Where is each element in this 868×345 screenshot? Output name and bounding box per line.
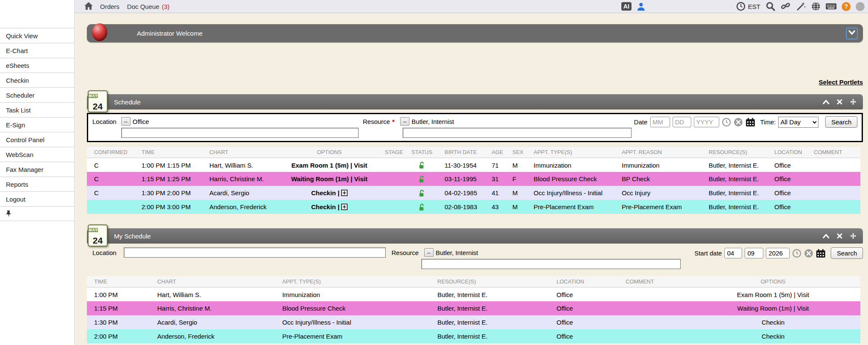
date-dd-input[interactable] <box>673 117 691 127</box>
collapse-portlet-icon[interactable] <box>822 98 830 105</box>
location-collapse-button[interactable]: – <box>121 117 131 126</box>
nav-doc-queue[interactable]: Doc Queue <box>127 3 159 10</box>
close-portlet-icon[interactable] <box>836 233 843 239</box>
sidebar-item-quick-view[interactable]: Quick View <box>0 28 74 43</box>
cell-chart: Hart, William S. <box>202 158 281 172</box>
cell-age: 41 <box>484 186 505 200</box>
resource-group: Resource * – Butler, Internist <box>363 116 632 138</box>
keyboard-icon[interactable] <box>826 3 837 10</box>
cell-status <box>406 158 437 172</box>
schedule-search-panel: Location – Office Resource * – Butler, I… <box>87 113 863 142</box>
date-yyyy-input[interactable] <box>694 117 719 127</box>
table-row[interactable]: C1:00 PM 1:15 PMHart, William S.Exam Roo… <box>87 158 860 172</box>
chevron-down-icon <box>849 30 855 36</box>
date-mm-input[interactable] <box>650 117 670 127</box>
magic-wand-icon[interactable] <box>796 1 806 11</box>
home-button[interactable] <box>84 2 93 11</box>
cell-time: 2:00 PM 3:00 PM <box>134 200 202 214</box>
help-icon[interactable]: ? <box>842 2 851 11</box>
time-picker-icon[interactable] <box>792 249 801 258</box>
cell-sex: M <box>505 200 526 214</box>
close-portlet-icon[interactable] <box>836 98 843 105</box>
sidebar-item-e-sign[interactable]: E-Sign <box>0 117 74 132</box>
globe-icon[interactable] <box>811 2 821 11</box>
sidebar-item-checkin[interactable]: Checkin <box>0 73 74 87</box>
table-row[interactable]: 1:00 PMHart, William S.ImmunizationButle… <box>87 287 860 301</box>
sidebar-item-label: Scheduler <box>6 92 35 99</box>
table-row[interactable]: 2:00 PM 3:00 PMAnderson, FrederickChecki… <box>87 200 860 214</box>
move-portlet-icon[interactable] <box>849 98 857 105</box>
start-dd-input[interactable] <box>745 248 763 258</box>
search-icon[interactable] <box>765 1 776 11</box>
sidebar-item-task-list[interactable]: Task List <box>0 102 74 117</box>
expand-plus-icon[interactable] <box>341 204 348 210</box>
schedule-portlet-header: MAY 24 Schedule <box>87 94 863 109</box>
clear-date-icon[interactable] <box>734 118 743 127</box>
schedule-search-button[interactable]: Search <box>825 116 857 128</box>
options-link[interactable]: Exam Room 1 (5m) | Visit <box>292 162 367 169</box>
my-schedule-search-button[interactable]: Search <box>831 247 863 259</box>
options-link[interactable]: Waiting Room (1m) | Visit <box>291 175 367 182</box>
ai-badge[interactable]: AI <box>621 2 632 11</box>
select-portlets-link[interactable]: Select Portlets <box>819 79 863 86</box>
move-portlet-icon[interactable] <box>849 233 857 239</box>
options-link[interactable]: Exam Room 1 (5m) | Visit <box>737 291 809 298</box>
options-link[interactable]: Waiting Room (1m) | Visit <box>737 305 809 312</box>
sidebar-item-scheduler[interactable]: Scheduler <box>0 87 74 102</box>
unlocked-icon[interactable] <box>419 190 425 197</box>
cell-time: 1:30 PM <box>87 315 150 329</box>
doc-queue-count-badge[interactable]: (3) <box>162 3 170 10</box>
start-yyyy-input[interactable] <box>766 248 790 258</box>
sidebar-item-logout[interactable]: Logout <box>0 191 74 206</box>
calendar-picker-icon[interactable] <box>816 249 826 258</box>
cell-status <box>406 200 437 214</box>
table-row[interactable]: 1:30 PMAcardi, SergioOcc Injury/Illness … <box>87 315 860 329</box>
unlocked-icon[interactable] <box>419 204 425 211</box>
start-mm-input[interactable] <box>724 248 742 258</box>
cell-appt_reason: BP Check <box>615 172 701 186</box>
calendar-picker-icon[interactable] <box>746 118 755 127</box>
time-select[interactable]: All Day <box>778 117 818 128</box>
column-header-status: STATUS <box>406 147 437 158</box>
my-resource-input[interactable] <box>421 259 681 269</box>
time-picker-icon[interactable] <box>722 118 731 127</box>
sidebar-item-e-chart[interactable]: E-Chart <box>0 43 74 58</box>
cell-comment <box>807 200 860 214</box>
expand-plus-icon[interactable] <box>341 190 348 196</box>
options-link[interactable]: Checkin <box>762 319 785 326</box>
options-link[interactable]: Checkin | <box>311 203 339 210</box>
table-row[interactable]: 1:15 PMHarris, Christine M.Blood Pressur… <box>87 301 860 315</box>
cell-appt_types: Pre-Placement Exam <box>526 200 615 214</box>
nav-orders[interactable]: Orders <box>100 3 120 10</box>
table-row[interactable]: 2:00 PMAnderson, FrederickPre-Placement … <box>87 329 860 343</box>
sidebar-pin-toggle[interactable] <box>0 206 74 221</box>
table-row[interactable]: C1:15 PM 1:25 PMHarris, Christine M.Wait… <box>87 172 860 186</box>
link-icon[interactable] <box>781 2 791 11</box>
user-icon[interactable] <box>637 2 645 11</box>
cell-resources: Butler, Internist E. <box>430 315 549 329</box>
clock-icon[interactable] <box>736 2 746 11</box>
unlocked-icon[interactable] <box>419 176 425 183</box>
location-search-input[interactable] <box>121 128 359 138</box>
table-row[interactable]: C1:30 PM 2:00 PMAcardi, SergioCheckin |0… <box>87 186 860 200</box>
resource-collapse-button[interactable]: – <box>424 248 434 257</box>
sidebar-item-webscan[interactable]: WebScan <box>0 147 74 162</box>
options-link[interactable]: Checkin <box>762 333 785 340</box>
cell-options: Waiting Room (1m) | Visit <box>281 172 378 186</box>
column-header-location: LOCATION <box>767 147 807 158</box>
resource-search-input[interactable] <box>403 128 632 138</box>
unlocked-icon[interactable] <box>419 162 425 169</box>
cell-resources: Butler, Internist E. <box>430 329 549 343</box>
sidebar-item-esheets[interactable]: eSheets <box>0 58 74 73</box>
sidebar-item-control-panel[interactable]: Control Panel <box>0 132 74 147</box>
collapse-portlet-icon[interactable] <box>822 233 830 239</box>
my-location-input[interactable] <box>124 247 386 258</box>
cell-appt_types: Blood Pressure Check <box>526 172 615 186</box>
clear-date-icon[interactable] <box>804 249 813 258</box>
resource-collapse-button[interactable]: – <box>400 117 409 126</box>
welcome-collapse-button[interactable] <box>846 28 858 39</box>
options-link[interactable]: Checkin | <box>311 189 339 196</box>
cell-location: Office <box>549 329 618 343</box>
sidebar-item-fax-manager[interactable]: Fax Manager <box>0 162 74 177</box>
sidebar-item-reports[interactable]: Reports <box>0 177 74 191</box>
